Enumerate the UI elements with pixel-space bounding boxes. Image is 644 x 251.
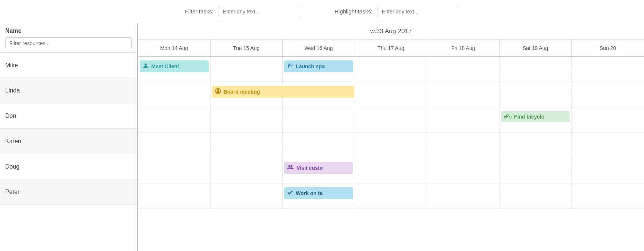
cell-linda-day3 (355, 82, 427, 107)
task-text-launch-spa: Launch spa (296, 63, 325, 69)
cell-linda-day6 (572, 82, 644, 107)
task-text-visit-customer: Visit custo (296, 165, 323, 171)
task-icon-work-on-task (287, 189, 293, 197)
cell-don-day1 (211, 107, 283, 133)
week-header: w.33 Aug 2017 (138, 23, 644, 40)
day-header-cell: Fri 18 Aug (427, 40, 500, 56)
svg-point-7 (291, 165, 293, 167)
cell-peter-day4 (427, 183, 500, 209)
task-board-meeting[interactable]: Board meeting (212, 86, 354, 98)
sidebar-row-don: Don (0, 103, 137, 129)
svg-point-6 (289, 165, 290, 167)
sidebar-row-peter: Peter (0, 179, 137, 205)
day-header-cell: Mon 14 Aug (138, 40, 211, 56)
name-column-header: Name (5, 28, 132, 34)
calendar-body: Meet ClientLaunch spaBoard meetingFind b… (138, 57, 644, 251)
cell-doug-day1 (211, 158, 283, 183)
cell-don-day4 (427, 107, 500, 133)
cell-don-day6 (572, 107, 644, 133)
cell-karen-day2 (283, 133, 355, 158)
cell-karen-day6 (572, 133, 644, 158)
task-icon-find-bicycle (504, 113, 511, 120)
cell-mike-day1 (211, 57, 283, 82)
cell-don-day3 (355, 107, 427, 133)
task-text-work-on-task: Work on ta (296, 190, 323, 196)
cell-peter-day1 (211, 183, 283, 209)
sidebar-row-linda: Linda (0, 78, 137, 103)
cell-peter-day0 (138, 183, 211, 209)
svg-point-1 (290, 65, 291, 66)
cell-peter-day5 (500, 183, 572, 209)
cell-don-day0 (138, 107, 211, 133)
cell-mike-day3 (355, 57, 427, 82)
main-layout: Name MikeLindaDonKarenDougPeter w.33 Aug… (0, 23, 644, 251)
filter-tasks-label: Filter tasks: (185, 8, 214, 15)
day-header-cell: Sun 20 (572, 40, 644, 56)
svg-point-3 (217, 90, 219, 91)
highlight-tasks-input[interactable] (377, 6, 459, 17)
cell-karen-day5 (500, 133, 572, 158)
filter-resources-input[interactable] (5, 37, 132, 49)
resource-sidebar: Name MikeLindaDonKarenDougPeter (0, 23, 138, 251)
day-header-cell: Sat 19 Aug (500, 40, 572, 56)
task-icon-meet-client (143, 63, 149, 70)
cell-don-day5: Find bicycle (500, 107, 572, 133)
svg-point-0 (144, 63, 147, 66)
cell-doug-day6 (572, 158, 644, 183)
sidebar-row-mike: Mike (0, 53, 137, 78)
task-meet-client[interactable]: Meet Client (140, 60, 209, 72)
day-header-cell: Wed 16 Aug (283, 40, 355, 56)
cell-mike-day2: Launch spa (283, 57, 355, 82)
highlight-tasks-group: Highlight tasks: (335, 6, 459, 17)
task-find-bicycle[interactable]: Find bicycle (501, 111, 570, 122)
filter-tasks-group: Filter tasks: (185, 6, 300, 17)
cell-linda-day0 (138, 82, 211, 107)
cell-karen-day1 (211, 133, 283, 158)
task-text-find-bicycle: Find bicycle (514, 114, 544, 120)
cell-mike-day5 (500, 57, 572, 82)
calendar-area: w.33 Aug 2017 Mon 14 AugTue 15 AugWed 16… (138, 23, 644, 251)
cell-mike-day0: Meet Client (138, 57, 211, 82)
cell-peter-day2: Work on ta (283, 183, 355, 209)
task-launch-spa[interactable]: Launch spa (284, 60, 353, 72)
cell-doug-day5 (500, 158, 572, 183)
cell-mike-day6 (572, 57, 644, 82)
cell-linda-day5 (500, 82, 572, 107)
cell-karen-day3 (355, 133, 427, 158)
cell-doug-day2: Visit custo (283, 158, 355, 183)
cell-doug-day0 (138, 158, 211, 183)
cell-peter-day3 (355, 183, 427, 209)
cell-linda-day1: Board meeting (211, 82, 283, 107)
day-header-cell: Thu 17 Aug (355, 40, 427, 56)
task-text-board-meeting: Board meeting (224, 89, 260, 95)
cell-karen-day4 (427, 133, 500, 158)
cell-don-day2 (283, 107, 355, 133)
resource-list: MikeLindaDonKarenDougPeter (0, 53, 137, 251)
day-headers: Mon 14 AugTue 15 AugWed 16 AugThu 17 Aug… (138, 40, 644, 57)
task-visit-customer[interactable]: Visit custo (284, 162, 353, 174)
cell-peter-day6 (572, 183, 644, 209)
sidebar-header: Name (0, 23, 137, 53)
cell-doug-day4 (427, 158, 500, 183)
sidebar-row-doug: Doug (0, 154, 137, 179)
cell-mike-day4 (427, 57, 500, 82)
toolbar: Filter tasks: Highlight tasks: (0, 0, 644, 23)
sidebar-row-karen: Karen (0, 129, 137, 154)
cell-karen-day0 (138, 133, 211, 158)
task-text-meet-client: Meet Client (151, 63, 179, 69)
highlight-tasks-label: Highlight tasks: (335, 8, 373, 15)
task-work-on-task[interactable]: Work on ta (284, 187, 353, 199)
cell-linda-day4 (427, 82, 500, 107)
filter-tasks-input[interactable] (218, 6, 300, 17)
task-icon-launch-spa (287, 63, 293, 70)
task-icon-board-meeting (215, 88, 221, 95)
cell-doug-day3 (355, 158, 427, 183)
day-header-cell: Tue 15 Aug (211, 40, 283, 56)
task-icon-visit-customer (287, 164, 294, 172)
